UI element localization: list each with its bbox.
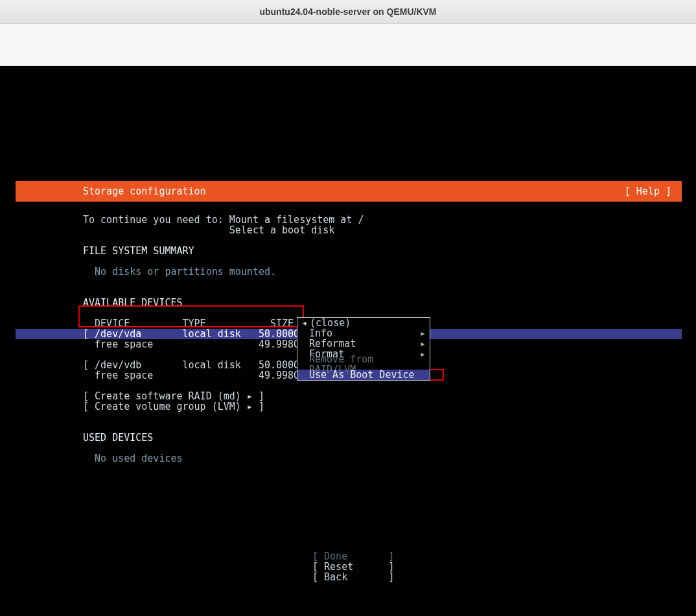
window-title: ubuntu24.04-noble-server on QEMU/KVM [259,6,436,17]
continue-hint-line-2: Select a boot disk [16,225,682,235]
installer-screen: Storage configuration [ Help ] To contin… [16,181,682,602]
help-button[interactable]: [ Help ] [625,186,671,196]
menu-item-reformat-label: Reformat [309,338,356,349]
installer-header: Storage configuration [ Help ] [16,181,682,202]
menu-item-use-as-boot-device[interactable]: Use As Boot Device [297,370,430,380]
device-context-menu: (close) Info Reformat Format Remove from… [297,317,430,381]
used-devices-heading: USED DEVICES [16,432,682,443]
used-devices-empty: No used devices [16,453,682,464]
menu-close[interactable]: (close) [297,318,430,328]
installer-body: To continue you need to: Mount a filesys… [16,202,682,464]
window-titlebar: ubuntu24.04-noble-server on QEMU/KVM [0,0,696,24]
menu-item-bootdevice-label: Use As Boot Device [309,370,415,380]
available-devices-heading: AVAILABLE DEVICES [16,298,682,308]
reset-button[interactable]: [ Reset ] [312,562,385,572]
continue-hint-line-1: To continue you need to: Mount a filesys… [16,215,682,225]
create-raid-action[interactable]: [ Create software RAID (md) ▸ ] [16,391,682,401]
create-lvm-action[interactable]: [ Create volume group (LVM) ▸ ] [16,401,682,412]
menu-item-remove-raid-lvm: Remove from RAID/LVM [297,359,430,370]
triangle-right-icon [420,328,426,338]
menu-item-reformat[interactable]: Reformat [297,338,430,349]
footer-buttons: [ Done ] [ Reset ] [ Back ] [16,551,682,582]
screen-title: Storage configuration [26,186,206,196]
fs-summary-heading: FILE SYSTEM SUMMARY [16,246,682,256]
terminal-background: kifarunix *NIX TIPS & TUTORIALS Storage … [0,66,696,616]
menu-item-info[interactable]: Info [297,328,430,338]
menu-close-label: (close) [310,318,351,328]
toolbar-strip [0,24,696,66]
triangle-left-icon [301,318,307,328]
menu-item-info-label: Info [309,328,332,338]
back-button[interactable]: [ Back ] [312,572,385,582]
done-button: [ Done ] [312,551,385,562]
fs-summary-empty: No disks or partitions mounted. [16,267,682,277]
triangle-right-icon [420,338,426,349]
